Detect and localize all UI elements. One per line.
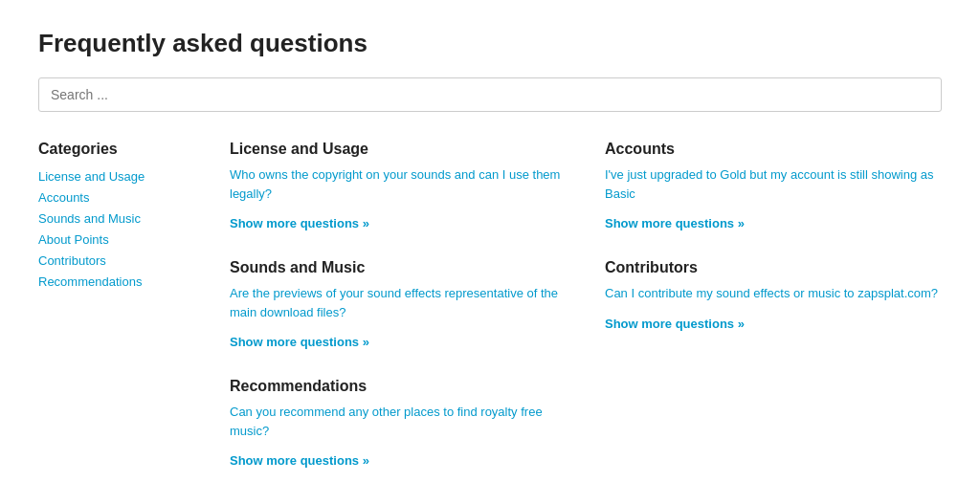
content-area: Categories License and Usage Accounts So… (38, 141, 942, 468)
faq-section-contributors: Contributors Can I contribute my sound e… (605, 259, 942, 349)
faq-question-contributors[interactable]: Can I contribute my sound effects or mus… (605, 284, 942, 303)
page-title: Frequently asked questions (38, 29, 942, 58)
sidebar-item-sounds[interactable]: Sounds and Music (38, 211, 191, 226)
sidebar-item-recommendations[interactable]: Recommendations (38, 274, 191, 289)
sidebar-item-about-points[interactable]: About Points (38, 232, 191, 247)
faq-section-recommendations: Recommendations Can you recommend any ot… (230, 378, 567, 468)
faq-section-sounds: Sounds and Music Are the previews of you… (230, 259, 567, 349)
sidebar-item-contributors[interactable]: Contributors (38, 253, 191, 268)
section-title-contributors: Contributors (605, 259, 942, 276)
sidebar-item-license[interactable]: License and Usage (38, 169, 191, 184)
search-input[interactable] (38, 77, 942, 112)
section-title-sounds: Sounds and Music (230, 259, 567, 276)
faq-question-license[interactable]: Who owns the copyright on your sounds an… (230, 165, 567, 203)
sidebar: Categories License and Usage Accounts So… (38, 141, 191, 468)
section-title-license: License and Usage (230, 141, 567, 158)
faq-section-license: License and Usage Who owns the copyright… (230, 141, 567, 230)
show-more-accounts[interactable]: Show more questions » (605, 216, 745, 230)
show-more-sounds[interactable]: Show more questions » (230, 335, 369, 349)
faq-question-accounts[interactable]: I've just upgraded to Gold but my accoun… (605, 165, 942, 203)
main-content: License and Usage Who owns the copyright… (230, 141, 942, 468)
sidebar-title: Categories (38, 141, 191, 158)
show-more-contributors[interactable]: Show more questions » (605, 317, 745, 331)
section-title-recommendations: Recommendations (230, 378, 567, 395)
section-title-accounts: Accounts (605, 141, 942, 158)
show-more-license[interactable]: Show more questions » (230, 216, 369, 230)
faq-question-sounds[interactable]: Are the previews of your sound effects r… (230, 284, 567, 321)
faq-section-accounts: Accounts I've just upgraded to Gold but … (605, 141, 942, 230)
show-more-recommendations[interactable]: Show more questions » (230, 453, 369, 468)
sidebar-item-accounts[interactable]: Accounts (38, 190, 191, 205)
faq-question-recommendations[interactable]: Can you recommend any other places to fi… (230, 403, 567, 440)
